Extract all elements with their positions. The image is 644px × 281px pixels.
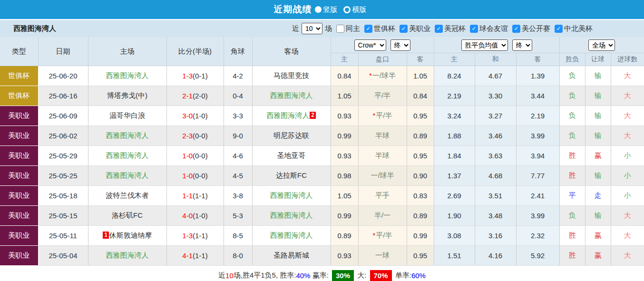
cell-away-team: 西雅图海湾人2 [252, 106, 331, 126]
cell-competition: 美职业 [0, 166, 38, 186]
col-header-result: 胜负 [559, 53, 585, 66]
odds-value: 0.83 [413, 192, 427, 200]
cell-competition: 美职业 [0, 246, 38, 266]
match-count-select[interactable]: 10 [302, 23, 322, 34]
competition-label: 美职业 [8, 191, 29, 199]
cell-date: 25-05-15 [38, 206, 88, 226]
summary-segment: 10 [225, 271, 234, 280]
cell-away-team: 达拉斯FC [252, 166, 331, 186]
cell-home-team: 波特兰伐木者 [88, 186, 166, 206]
team-name: 温哥华白浪 [109, 111, 145, 119]
team-name: 西雅图海湾人 [270, 231, 313, 239]
scope-select[interactable]: 全场 [588, 39, 615, 51]
cell-corner: 3-8 [224, 186, 252, 206]
cell-goals: 大 [611, 126, 644, 146]
cell-goals: 大 [611, 86, 644, 106]
cell-corner: 5-3 [224, 206, 252, 226]
cell-away-team: 西雅图海湾人 [252, 86, 331, 106]
cell-competition: 美职业 [0, 206, 38, 226]
mean-value: 5.92 [531, 252, 545, 260]
goals-label: 大 [624, 71, 631, 79]
team-name: 西雅图海湾人 [270, 91, 313, 99]
odds-company-select[interactable]: Crow* [354, 39, 386, 51]
fulltime-score: 1-1 [182, 192, 193, 200]
date: 25-05-18 [49, 192, 77, 200]
cell-goals: 大 [611, 246, 644, 266]
halftime-score: (1-1) [193, 192, 208, 200]
cell-odds-handicap: 平/半 [358, 86, 407, 106]
radio-label: 竖版 [323, 5, 338, 14]
checkbox-checked[interactable]: ✓ [555, 25, 563, 33]
checkbox-checked[interactable]: ✓ [512, 25, 520, 33]
odds-value: 0.89 [413, 212, 427, 220]
checkbox-unchecked[interactable] [336, 25, 344, 33]
filter-label: 中北美杯 [564, 24, 593, 33]
cell-mean-home: 1.37 [434, 166, 475, 186]
competition-label: 美职业 [8, 111, 29, 119]
mean-value: 2.41 [531, 192, 545, 200]
summary-segment: 40% [296, 271, 310, 280]
cell-mean-draw: 3.16 [475, 226, 516, 246]
result-label: 胜 [569, 151, 576, 159]
layout-radios: 竖版横版 [315, 5, 371, 14]
fulltime-score: 1-3 [182, 232, 193, 240]
goals-label: 大 [624, 231, 631, 239]
summary-segment: 30% [332, 270, 354, 281]
checkbox-checked[interactable]: ✓ [400, 25, 408, 33]
corner-score: 5-3 [233, 212, 243, 220]
cell-odds-handicap: 平手 [358, 186, 407, 206]
cell-odds-home: 1.05 [331, 86, 358, 106]
date: 25-06-09 [49, 112, 77, 120]
checkbox-checked[interactable]: ✓ [364, 25, 372, 33]
result-label: 负 [569, 211, 576, 219]
cell-odds-home: 0.89 [331, 226, 358, 246]
competition-label: 美职业 [8, 131, 29, 139]
date: 25-06-02 [49, 132, 77, 140]
cell-home-team: 温哥华白浪 [88, 106, 166, 126]
cell-date: 25-06-02 [38, 126, 88, 146]
halftime-score: (1-0) [193, 212, 208, 220]
mean-time-select[interactable]: 终 [512, 39, 532, 51]
team-name: 西雅图海湾人 [106, 131, 149, 139]
cell-competition: 美职业 [0, 126, 38, 146]
corner-score: 9-0 [233, 132, 243, 140]
cell-odds-handicap: 半/一 [358, 206, 407, 226]
filter-label: 美职业 [409, 24, 430, 33]
col-header-type: 类型 [0, 37, 38, 66]
result-label: 胜 [569, 171, 576, 179]
halftime-score: (0-0) [193, 152, 208, 160]
cell-away-team: 西雅图海湾人 [252, 206, 331, 226]
mean-group-header: 胜平负均值 终 [434, 37, 559, 53]
cell-mean-draw: 4.68 [475, 166, 516, 186]
handicap-line: 一球 [375, 251, 390, 259]
mean-value: 3.51 [488, 192, 502, 200]
handicap-line: 平/半 [374, 91, 390, 99]
goals-label: 大 [624, 91, 631, 99]
checkbox-checked[interactable]: ✓ [470, 25, 478, 33]
radio-selected-icon[interactable] [315, 6, 322, 13]
mean-value: 3.63 [488, 152, 502, 160]
filter-label: 世俱杯 [374, 24, 395, 33]
cell-odds-away: 0.95 [407, 246, 434, 266]
halftime-score: (0-0) [193, 132, 208, 140]
mean-value: 3.94 [531, 152, 545, 160]
cell-date: 25-05-11 [38, 226, 88, 246]
checkbox-checked[interactable]: ✓ [435, 25, 443, 33]
mean-value: 3.44 [531, 92, 545, 100]
mean-value: 8.24 [447, 72, 461, 80]
cell-odds-home: 0.93 [331, 106, 358, 126]
corner-score: 4-5 [233, 172, 243, 180]
handicap-result-label: 赢 [595, 231, 602, 239]
odds-time-select[interactable]: 终 [390, 39, 410, 51]
halftime-score: (0-0) [193, 172, 208, 180]
competition-label: 世俱杯 [8, 71, 29, 79]
page-title: 近期战绩 [274, 3, 312, 16]
competition-label: 美职业 [8, 251, 29, 259]
mean-type-select[interactable]: 胜平负均值 [461, 39, 508, 51]
col-header-score: 比分(半场) [166, 37, 224, 66]
team-name: 西雅图海湾人 [13, 24, 56, 33]
radio-unselected-icon[interactable] [343, 6, 351, 13]
odds-value: 0.84 [337, 72, 351, 80]
fulltime-score: 4-1 [182, 252, 193, 260]
cell-competition: 美职业 [0, 226, 38, 246]
